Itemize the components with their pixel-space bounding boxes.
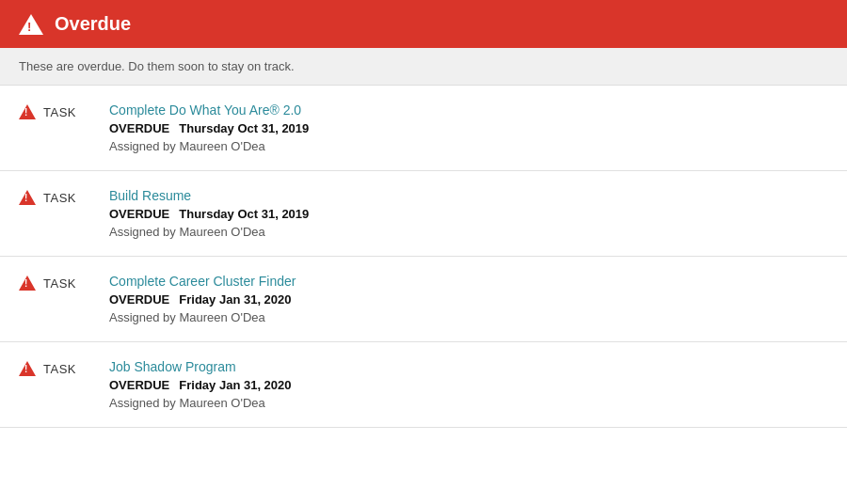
- warning-triangle-icon: [19, 14, 43, 35]
- task-label: TASK: [43, 191, 76, 205]
- assigned-name: Maureen O'Dea: [179, 139, 264, 153]
- task-list: TASK Complete Do What You Are® 2.0 OVERD…: [0, 86, 847, 428]
- task-name[interactable]: Complete Career Cluster Finder: [109, 274, 828, 289]
- overdue-badge: OVERDUE: [109, 121, 169, 135]
- alert-icon: [19, 104, 36, 119]
- overdue-badge: OVERDUE: [109, 207, 169, 221]
- task-icon-area: TASK: [19, 102, 94, 119]
- subtitle-text: These are overdue. Do them soon to stay …: [19, 59, 295, 73]
- task-content: Complete Career Cluster Finder OVERDUE F…: [109, 274, 828, 324]
- due-date: Friday Jan 31, 2020: [179, 292, 291, 307]
- overdue-badge: OVERDUE: [109, 292, 169, 307]
- due-date: Thursday Oct 31, 2019: [179, 121, 309, 135]
- task-due: OVERDUE Thursday Oct 31, 2019: [109, 121, 828, 135]
- subtitle-bar: These are overdue. Do them soon to stay …: [0, 48, 847, 86]
- header-bar: Overdue: [0, 0, 847, 48]
- assigned-by: Assigned by Maureen O'Dea: [109, 139, 828, 153]
- task-icon-area: TASK: [19, 188, 94, 205]
- task-item: TASK Job Shadow Program OVERDUE Friday J…: [0, 342, 847, 428]
- alert-icon: [19, 276, 36, 291]
- task-name[interactable]: Complete Do What You Are® 2.0: [109, 102, 828, 118]
- task-content: Build Resume OVERDUE Thursday Oct 31, 20…: [109, 188, 828, 239]
- task-icon-area: TASK: [19, 359, 94, 376]
- assigned-by: Assigned by Maureen O'Dea: [109, 396, 828, 410]
- task-label: TASK: [43, 105, 76, 119]
- task-label: TASK: [43, 362, 76, 376]
- task-item: TASK Complete Career Cluster Finder OVER…: [0, 257, 847, 342]
- due-date: Thursday Oct 31, 2019: [179, 207, 309, 221]
- assigned-name: Maureen O'Dea: [179, 225, 264, 239]
- task-label: TASK: [43, 276, 76, 291]
- task-content: Job Shadow Program OVERDUE Friday Jan 31…: [109, 359, 828, 410]
- header-title: Overdue: [55, 13, 131, 35]
- alert-icon: [19, 361, 36, 376]
- task-name[interactable]: Job Shadow Program: [109, 359, 828, 374]
- task-due: OVERDUE Thursday Oct 31, 2019: [109, 207, 828, 221]
- task-due: OVERDUE Friday Jan 31, 2020: [109, 292, 828, 307]
- task-name[interactable]: Build Resume: [109, 188, 828, 203]
- due-date: Friday Jan 31, 2020: [179, 378, 291, 392]
- assigned-by: Assigned by Maureen O'Dea: [109, 225, 828, 239]
- assigned-by: Assigned by Maureen O'Dea: [109, 310, 828, 324]
- alert-icon: [19, 190, 36, 205]
- task-item: TASK Build Resume OVERDUE Thursday Oct 3…: [0, 171, 847, 257]
- assigned-name: Maureen O'Dea: [179, 310, 264, 324]
- task-icon-area: TASK: [19, 274, 94, 291]
- overdue-badge: OVERDUE: [109, 378, 169, 392]
- assigned-name: Maureen O'Dea: [179, 396, 264, 410]
- task-content: Complete Do What You Are® 2.0 OVERDUE Th…: [109, 102, 828, 153]
- task-item: TASK Complete Do What You Are® 2.0 OVERD…: [0, 86, 847, 171]
- task-due: OVERDUE Friday Jan 31, 2020: [109, 378, 828, 392]
